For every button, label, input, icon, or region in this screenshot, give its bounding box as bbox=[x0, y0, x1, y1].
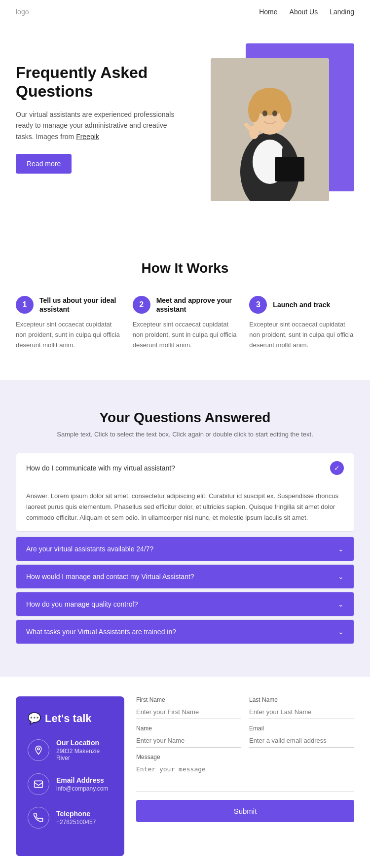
step-3-number: 3 bbox=[249, 296, 267, 314]
email-label: Email bbox=[249, 725, 354, 732]
faq-item-2: Are your virtual assistants available 24… bbox=[16, 537, 354, 561]
first-name-group: First Name bbox=[136, 696, 241, 719]
nav-logo: logo bbox=[16, 8, 29, 16]
step-3-header: 3 Launch and track bbox=[249, 296, 354, 314]
faq-check-icon: ✓ bbox=[330, 461, 344, 475]
faq-question-5[interactable]: What tasks your Virtual Assistants are t… bbox=[16, 620, 354, 644]
step-1: 1 Tell us about your ideal assistant Exc… bbox=[16, 296, 121, 351]
email-input[interactable] bbox=[249, 734, 354, 748]
step-3-title: Launch and track bbox=[273, 300, 330, 309]
message-group: Message bbox=[136, 754, 354, 794]
faq-question-3[interactable]: How would I manage and contact my Virtua… bbox=[16, 565, 354, 588]
faq-section: Your Questions Answered Sample text. Cli… bbox=[0, 380, 370, 677]
first-name-input[interactable] bbox=[136, 705, 241, 719]
faq-item-1: How do I communicate with my virtual ass… bbox=[16, 453, 354, 532]
steps-container: 1 Tell us about your ideal assistant Exc… bbox=[16, 296, 354, 351]
last-name-label: Last Name bbox=[249, 696, 354, 703]
email-group: Email bbox=[249, 725, 354, 748]
freepik-link[interactable]: Freepik bbox=[76, 133, 99, 141]
faq-question-4-text: How do you manage quality control? bbox=[26, 600, 138, 608]
step-1-title: Tell us about your ideal assistant bbox=[39, 296, 121, 314]
faq-item-3: How would I manage and contact my Virtua… bbox=[16, 564, 354, 589]
first-name-label: First Name bbox=[136, 696, 241, 703]
faq-item-4: How do you manage quality control? ⌄ bbox=[16, 592, 354, 616]
step-3-desc: Excepteur sint occaecat cupidatat non pr… bbox=[249, 320, 354, 350]
nav-about[interactable]: About Us bbox=[290, 8, 318, 16]
svg-point-7 bbox=[262, 110, 267, 116]
navigation: logo Home About Us Landing bbox=[0, 0, 370, 24]
faq-subtitle: Sample text. Click to select the text bo… bbox=[16, 431, 354, 438]
message-input[interactable] bbox=[136, 762, 354, 792]
chevron-down-icon-5: ⌄ bbox=[338, 628, 344, 636]
name-group: Name bbox=[136, 725, 241, 748]
how-it-works-title: How It Works bbox=[16, 260, 354, 276]
read-more-button[interactable]: Read more bbox=[16, 154, 72, 174]
step-1-number: 1 bbox=[16, 296, 34, 314]
form-row-email: Name Email bbox=[136, 725, 354, 748]
step-3: 3 Launch and track Excepteur sint occaec… bbox=[249, 296, 354, 351]
how-it-works-section: How It Works 1 Tell us about your ideal … bbox=[0, 231, 370, 380]
location-icon bbox=[28, 739, 49, 761]
name-label: Name bbox=[136, 725, 241, 732]
faq-question-4[interactable]: How do you manage quality control? ⌄ bbox=[16, 592, 354, 616]
contact-card: 💬 Let's talk Our Location 29832 Makenzie… bbox=[16, 696, 124, 856]
svg-point-6 bbox=[280, 98, 292, 122]
svg-rect-14 bbox=[35, 781, 43, 787]
step-2: 2 Meet and approve your assistant Except… bbox=[133, 296, 238, 351]
faq-question-2[interactable]: Are your virtual assistants available 24… bbox=[16, 537, 354, 561]
chat-icon: 💬 bbox=[28, 712, 41, 725]
step-1-header: 1 Tell us about your ideal assistant bbox=[16, 296, 121, 314]
step-2-title: Meet and approve your assistant bbox=[156, 296, 238, 314]
contact-location-text: Our Location 29832 Makenzie River bbox=[56, 739, 112, 761]
nav-landing[interactable]: Landing bbox=[330, 8, 354, 16]
contact-form: First Name Last Name Name Email Message … bbox=[136, 696, 354, 856]
contact-phone-text: Telephone +27825100457 bbox=[56, 810, 96, 826]
email-icon bbox=[28, 773, 49, 795]
faq-answer-1: Answer. Lorem ipsum dolor sit amet, cons… bbox=[16, 483, 354, 531]
contact-email-text: Email Address info@company.com bbox=[56, 776, 108, 792]
svg-rect-10 bbox=[275, 157, 304, 181]
faq-question-1-text: How do I communicate with my virtual ass… bbox=[26, 464, 175, 472]
form-row-name: First Name Last Name bbox=[136, 696, 354, 719]
faq-question-1[interactable]: How do I communicate with my virtual ass… bbox=[16, 453, 354, 483]
last-name-input[interactable] bbox=[249, 705, 354, 719]
submit-button[interactable]: Submit bbox=[136, 800, 354, 822]
faq-title: Your Questions Answered bbox=[16, 410, 354, 426]
hero-text: Frequently Asked Questions Our virtual a… bbox=[16, 43, 185, 174]
step-2-header: 2 Meet and approve your assistant bbox=[133, 296, 238, 314]
contact-section: 💬 Let's talk Our Location 29832 Makenzie… bbox=[0, 677, 370, 868]
nav-links: Home About Us Landing bbox=[259, 8, 354, 16]
chevron-down-icon-2: ⌄ bbox=[338, 545, 344, 553]
faq-question-2-text: Are your virtual assistants available 24… bbox=[26, 545, 153, 553]
contact-card-title: 💬 Let's talk bbox=[28, 712, 112, 725]
svg-point-13 bbox=[37, 748, 39, 750]
last-name-group: Last Name bbox=[249, 696, 354, 719]
chevron-down-icon-4: ⌄ bbox=[338, 600, 344, 608]
contact-phone: Telephone +27825100457 bbox=[28, 807, 112, 829]
step-1-desc: Excepteur sint occaecat cupidatat non pr… bbox=[16, 320, 121, 350]
contact-location: Our Location 29832 Makenzie River bbox=[28, 739, 112, 761]
hero-image-area bbox=[185, 43, 354, 201]
hero-description: Our virtual assistants are experienced p… bbox=[16, 109, 185, 142]
faq-question-3-text: How would I manage and contact my Virtua… bbox=[26, 573, 194, 580]
svg-point-8 bbox=[272, 110, 277, 116]
hero-section: Frequently Asked Questions Our virtual a… bbox=[0, 24, 370, 231]
phone-icon bbox=[28, 807, 49, 829]
hero-image bbox=[211, 58, 329, 201]
contact-email: Email Address info@company.com bbox=[28, 773, 112, 795]
chevron-down-icon-3: ⌄ bbox=[338, 573, 344, 580]
hero-title: Frequently Asked Questions bbox=[16, 63, 185, 101]
svg-point-5 bbox=[248, 98, 260, 122]
name-input[interactable] bbox=[136, 734, 241, 748]
step-2-desc: Excepteur sint occaecat cupidatat non pr… bbox=[133, 320, 238, 350]
faq-item-5: What tasks your Virtual Assistants are t… bbox=[16, 619, 354, 644]
nav-home[interactable]: Home bbox=[259, 8, 277, 16]
message-label: Message bbox=[136, 754, 354, 760]
step-2-number: 2 bbox=[133, 296, 150, 314]
faq-question-5-text: What tasks your Virtual Assistants are t… bbox=[26, 628, 176, 636]
